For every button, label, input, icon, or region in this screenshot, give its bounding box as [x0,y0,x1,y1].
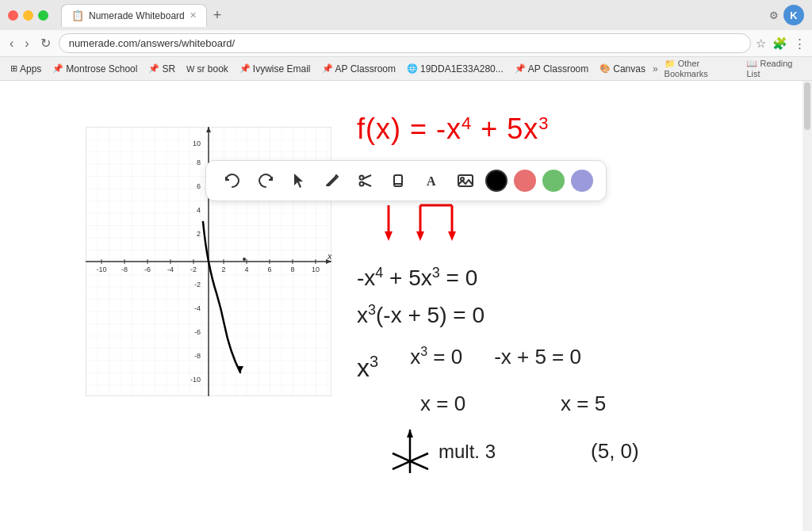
solution-x-0: x = 0 [420,392,465,416]
svg-point-48 [243,258,246,261]
text-tool-button[interactable]: A [419,167,446,194]
address-icons: ☆ 🧩 ⋮ [756,36,806,51]
select-tool-button[interactable] [285,167,312,194]
address-bar: ‹ › ↻ ☆ 🧩 ⋮ [0,30,812,57]
eq-neg-x-5: -x + 5 = 0 [494,345,581,369]
svg-point-1 [360,176,364,180]
redo-button[interactable] [252,167,279,194]
down-arrows [373,201,793,249]
svg-text:8: 8 [197,159,201,166]
svg-text:A: A [427,174,436,188]
tab-title: Numerade Whiteboard [89,10,185,21]
star-icon[interactable]: ☆ [756,36,766,51]
title-bar: 📋 Numerade Whiteboard ✕ + ⚙ K [0,0,812,30]
scissors-tool-button[interactable] [352,167,379,194]
svg-text:-4: -4 [194,304,201,312]
scrollbar-thumb[interactable] [804,82,810,130]
svg-point-2 [360,182,364,186]
svg-text:-8: -8 [194,352,201,360]
bookmark-sr[interactable]: 📌 SR [144,62,179,76]
svg-text:10: 10 [193,139,201,147]
svg-text:-8: -8 [121,266,128,273]
equation-header: f(x) = -x4 + 5x3 [357,113,793,146]
factored-row: x3 x3 = 0 -x + 5 = 0 [357,345,793,383]
color-black[interactable] [485,170,508,192]
svg-marker-54 [416,231,424,241]
x3-cross-icon [389,426,432,477]
refresh-button[interactable]: ↻ [37,34,54,52]
maximize-button[interactable] [38,10,48,21]
bookmark-ap1[interactable]: 📌 AP Classroom [318,62,400,76]
svg-text:-6: -6 [144,266,151,273]
svg-marker-50 [385,231,393,241]
color-purple[interactable] [571,170,593,192]
whiteboard[interactable]: A [0,81,812,531]
svg-line-4 [363,183,371,187]
minimize-button[interactable] [23,10,33,21]
pencil-tool-button[interactable] [319,167,346,194]
undo-button[interactable] [219,167,246,194]
back-button[interactable]: ‹ [6,35,17,52]
profile-icon[interactable]: ⚙ [769,10,779,21]
svg-line-3 [363,175,371,179]
bookmark-montrose[interactable]: 📌 Montrose School [48,62,141,76]
svg-text:-6: -6 [194,328,201,336]
scrollbar-track[interactable] [802,81,812,531]
profile-menu-icon[interactable]: ⋮ [794,36,806,51]
traffic-lights [8,10,48,21]
new-tab-button[interactable]: + [213,7,222,24]
other-bookmarks[interactable]: 📁 Other Bookmarks [665,59,742,78]
color-pink[interactable] [514,170,536,192]
svg-text:-10: -10 [190,376,201,384]
close-button[interactable] [8,10,18,21]
whiteboard-toolbar: A [205,160,607,201]
forward-button[interactable]: › [21,35,32,52]
whiteboard-content: A [0,81,812,531]
svg-text:-2: -2 [190,266,197,273]
svg-text:6: 6 [267,266,271,273]
solutions-row: x = 0 x = 5 [420,392,793,416]
color-green[interactable] [542,170,565,192]
tab-close-button[interactable]: ✕ [190,10,197,21]
bookmark-srbook[interactable]: W sr book [182,62,232,76]
profile-avatar[interactable]: K [783,5,804,25]
svg-text:-4: -4 [167,266,174,273]
tab-bar: 📋 Numerade Whiteboard ✕ + [61,4,763,27]
tab-favicon: 📋 [71,10,84,22]
svg-text:2: 2 [221,266,225,273]
svg-marker-58 [407,430,413,437]
solution-x-5: x = 5 [561,392,606,416]
svg-text:-10: -10 [96,266,106,273]
equation2: x3(-x + 5) = 0 [357,302,793,328]
bookmark-apps[interactable]: ⊞ Apps [6,62,45,76]
svg-text:4: 4 [197,206,201,214]
bookmark-19dda[interactable]: 🌐 19DDA1E33A280... [403,62,508,76]
svg-marker-56 [448,231,456,241]
svg-text:10: 10 [312,266,320,273]
reading-list[interactable]: 📖 Reading List [746,59,806,78]
more-bookmarks-button[interactable]: » [653,63,658,74]
eq-x3-zero: x3 = 0 [410,345,462,369]
svg-text:2: 2 [197,230,201,238]
bookmark-ap2[interactable]: 📌 AP Classroom [511,62,592,76]
bookmark-ivywise[interactable]: 📌 Ivywise Email [236,62,315,76]
x3-label: x3 [357,353,378,383]
active-tab[interactable]: 📋 Numerade Whiteboard ✕ [61,4,207,27]
bookmarks-bar: ⊞ Apps 📌 Montrose School 📌 SR W sr book … [0,57,812,81]
bookmark-canvas[interactable]: 🎨 Canvas [596,62,649,76]
svg-text:x: x [327,251,331,261]
address-input[interactable] [59,33,751,53]
image-tool-button[interactable] [452,167,479,194]
svg-text:-2: -2 [194,281,201,288]
mult-label: mult. 3 [439,441,496,463]
point-label: (5, 0) [591,439,639,464]
highlighter-tool-button[interactable] [385,167,412,194]
svg-text:4: 4 [244,266,248,273]
svg-text:6: 6 [197,182,201,190]
extension-icon[interactable]: 🧩 [772,36,787,51]
multiplicity-row: mult. 3 (5, 0) [389,426,793,477]
svg-text:8: 8 [290,266,294,273]
equation1: -x4 + 5x3 = 0 [357,265,793,291]
